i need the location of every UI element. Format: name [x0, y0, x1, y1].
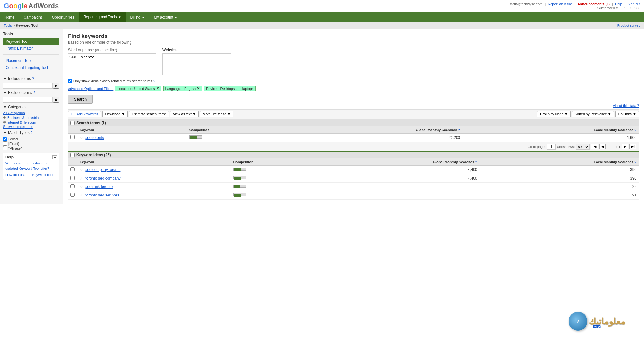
row-keyword-cell: ☆ seo rank toronto — [77, 183, 231, 191]
row-keyword-cell: ☆ toronto seo services — [77, 191, 231, 200]
star-icon[interactable]: ☆ — [80, 176, 83, 180]
help-q2-link[interactable]: How do I use the Keyword Tool — [5, 172, 57, 178]
sidebar-item-contextual-targeting[interactable]: Contextual Targeting Tool — [3, 64, 59, 71]
sidebar-internet-telecom[interactable]: ⊕ Internet & Telecom — [3, 120, 59, 124]
match-types-help[interactable]: ? — [31, 131, 33, 135]
include-terms-toggle[interactable]: ▼ Include terms ? — [3, 76, 59, 81]
find-keywords-title: Find keywords — [68, 33, 639, 40]
match-broad-row: Broad — [3, 137, 59, 141]
help-q1-link[interactable]: What new features does the updated Keywo… — [5, 161, 57, 171]
sidebar-show-all-categories[interactable]: Show all categories — [3, 125, 59, 129]
row-global-cell: 22,200 — [280, 134, 463, 142]
sidebar-item-placement-tool[interactable]: Placement Tool — [3, 57, 59, 64]
exclude-terms-add-button[interactable]: ▶ — [53, 97, 59, 103]
keyword-link[interactable]: seo toronto — [85, 135, 104, 140]
product-survey-link[interactable]: Product survey — [617, 24, 640, 27]
star-icon[interactable]: ☆ — [80, 193, 83, 197]
nav-home[interactable]: Home — [0, 12, 19, 22]
table-row: ☆ toronto seo company 4,400 390 — [68, 174, 639, 183]
website-input[interactable] — [162, 53, 231, 75]
nav-billing[interactable]: Billing ▼ — [126, 12, 150, 22]
go-to-page-input[interactable] — [547, 144, 556, 150]
exclude-terms-toggle[interactable]: ▼ Exclude terms ? — [3, 91, 59, 95]
global-help-icon[interactable]: ? — [458, 128, 460, 132]
show-rows-select[interactable]: 50 100 200 — [576, 144, 590, 150]
exclude-terms-input[interactable] — [3, 97, 53, 103]
about-data-link[interactable]: About this data ? — [613, 104, 639, 108]
include-terms-input[interactable] — [3, 83, 53, 89]
match-exact-checkbox[interactable] — [3, 141, 7, 146]
help-link[interactable]: Help — [615, 2, 622, 6]
keyword-ideas-select-all[interactable] — [70, 153, 75, 157]
keyword-link[interactable]: toronto seo company — [85, 176, 120, 180]
col-keyword-header: Keyword — [77, 126, 187, 134]
match-types-toggle[interactable]: ▼ Match Types ? — [3, 130, 59, 135]
match-broad-checkbox[interactable] — [3, 137, 7, 141]
add-keywords-button[interactable]: + + Add keywords — [68, 111, 101, 117]
columns-button[interactable]: Columns ▼ — [615, 111, 639, 117]
row-checkbox[interactable] — [70, 184, 75, 188]
sign-out-link[interactable]: Sign out — [628, 2, 640, 6]
row-checkbox[interactable] — [70, 193, 75, 197]
last-page-button[interactable]: ▶| — [629, 144, 636, 149]
row-checkbox[interactable] — [70, 167, 75, 171]
exclude-terms-help[interactable]: ? — [33, 91, 35, 95]
match-phrase-row: "Phrase" — [3, 146, 59, 150]
group-by-button[interactable]: Group by None ▼ — [537, 111, 571, 117]
sidebar-item-traffic-estimator[interactable]: Traffic Estimator — [3, 45, 59, 52]
estimate-traffic-button[interactable]: Estimate search traffic — [129, 111, 169, 117]
star-icon[interactable]: ☆ — [80, 135, 83, 140]
search-terms-header-row: Keyword Competition Global Monthly Searc… — [68, 126, 639, 134]
star-icon[interactable]: ☆ — [80, 168, 83, 172]
col-competition-header: Competition — [187, 126, 280, 134]
view-as-text-button[interactable]: View as text ▼ — [170, 111, 199, 117]
closely-related-help-icon[interactable]: ? — [153, 79, 155, 83]
ki-col-local: Local Monthly Searches ? — [480, 158, 639, 166]
report-issue-link[interactable]: Report an issue — [548, 2, 572, 6]
advanced-options-link[interactable]: Advanced Options and Filters — [68, 87, 113, 91]
match-phrase-checkbox[interactable] — [3, 146, 7, 150]
keyword-ideas-section-header: Keyword ideas (25) — [68, 151, 639, 158]
more-like-these-button[interactable]: More like these ▼ — [200, 111, 233, 117]
sidebar-all-categories[interactable]: All Categories — [3, 111, 59, 115]
filter-language-remove[interactable]: ✕ — [197, 86, 200, 91]
keyword-link[interactable]: seo rank toronto — [85, 185, 113, 189]
nav-opportunities[interactable]: Opportunities — [47, 12, 79, 22]
include-terms-add-button[interactable]: ▶ — [53, 83, 59, 89]
next-page-button[interactable]: ▶ — [622, 144, 628, 149]
nav-campaigns[interactable]: Campaigns — [19, 12, 47, 22]
prev-page-button[interactable]: ◀ — [599, 144, 606, 149]
announcements-link[interactable]: Announcements (1) — [577, 2, 610, 6]
sidebar-item-keyword-tool[interactable]: Keyword Tool — [3, 38, 59, 45]
download-button[interactable]: Download ▼ — [102, 111, 128, 117]
row-checkbox-cell — [68, 134, 77, 142]
row-checkbox-cell — [68, 174, 77, 183]
sidebar-business-industrial[interactable]: ⊕ Business & Industrial — [3, 115, 59, 119]
row-checkbox[interactable] — [70, 135, 75, 139]
first-page-button[interactable]: |◀ — [591, 144, 598, 149]
search-terms-select-all[interactable] — [70, 121, 75, 125]
categories-toggle[interactable]: ▼ Categories — [3, 105, 59, 109]
row-checkbox[interactable] — [70, 176, 75, 180]
filter-row: Advanced Options and Filters Locations: … — [68, 86, 639, 91]
closely-related-checkbox[interactable] — [68, 79, 72, 83]
keyword-link[interactable]: toronto seo services — [85, 193, 119, 197]
breadcrumb-tools-link[interactable]: Tools — [4, 24, 12, 27]
star-icon[interactable]: ☆ — [80, 185, 83, 189]
toolbar: + + Add keywords Download ▼ Estimate sea… — [68, 109, 639, 119]
ki-global-help[interactable]: ? — [475, 160, 477, 164]
word-or-phrase-input[interactable]: SEO Toronto — [68, 53, 156, 75]
search-button[interactable]: Search — [68, 95, 93, 104]
nav-reporting-tools[interactable]: Reporting and Tools ▼ — [79, 12, 126, 22]
row-keyword-cell: ☆ toronto seo company — [77, 174, 231, 183]
local-help-icon[interactable]: ? — [634, 128, 636, 132]
filter-location-remove[interactable]: ✕ — [156, 86, 159, 91]
nav-my-account[interactable]: My account ▼ — [149, 12, 182, 22]
about-data: About this data ? — [68, 104, 639, 108]
keyword-link[interactable]: seo company toronto — [85, 168, 120, 172]
include-terms-help[interactable]: ? — [32, 77, 34, 80]
help-box-minimize[interactable]: – — [52, 155, 57, 159]
word-or-phrase-col: Word or phrase (one per line) SEO Toront… — [68, 48, 156, 76]
ki-local-help[interactable]: ? — [634, 160, 636, 164]
sorted-by-button[interactable]: Sorted by Relevance ▼ — [572, 111, 614, 117]
